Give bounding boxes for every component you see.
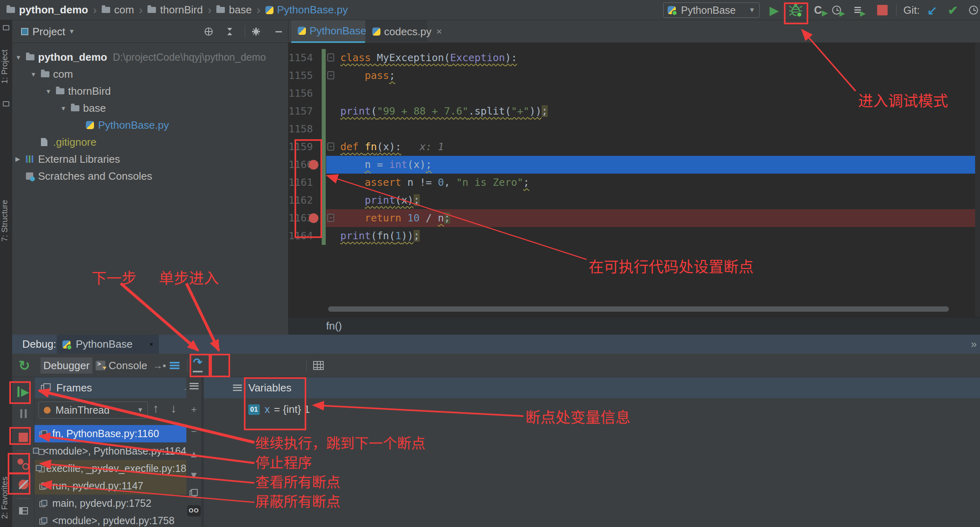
line-number[interactable]: 1157 — [288, 102, 310, 120]
run-with-coverage-button[interactable]: C▶ — [810, 0, 826, 20]
rerun-button[interactable]: ↻ — [15, 354, 33, 377]
evaluate-expression-button[interactable] — [310, 354, 327, 377]
project-panel-title[interactable]: Project — [32, 26, 65, 38]
breadcrumb-item-pythonbase.py[interactable]: PythonBase.py — [265, 4, 348, 16]
code-line[interactable]: 1160 n = int(x); — [288, 156, 980, 174]
restore-layout-button[interactable] — [12, 503, 34, 519]
line-number[interactable]: 1162 — [288, 191, 310, 209]
pin-icon[interactable]: →▪ — [153, 360, 166, 371]
vertical-scrollbar[interactable] — [975, 43, 980, 317]
line-number[interactable]: 1156 — [288, 85, 310, 102]
git-update-button[interactable]: ↙ — [925, 0, 939, 20]
chevron-expanded-icon[interactable]: ▼ — [45, 88, 51, 95]
collapse-all-button[interactable] — [226, 20, 238, 43]
tree-item-python-demo[interactable]: ▼python_demoD:\projectCode\hqyj\python_d… — [12, 49, 288, 66]
tree-item-external-libraries[interactable]: ▶External Libraries — [12, 151, 288, 168]
stripe-structure-button[interactable]: 7: Structure — [0, 186, 12, 255]
breadcrumb-fn[interactable]: fn() — [326, 317, 342, 334]
stop-button[interactable] — [875, 0, 890, 20]
fold-marker-icon[interactable]: − — [327, 142, 334, 151]
pause-button[interactable] — [12, 406, 34, 421]
frame-row[interactable]: <module>, PythonBase.py:1164 — [34, 442, 186, 460]
thread-selector[interactable]: MainThread ▼ — [38, 402, 148, 419]
view-options-button[interactable] — [186, 383, 201, 389]
frame-row[interactable]: main, pydevd.py:1752 — [34, 495, 186, 512]
fold-marker-icon[interactable]: − — [327, 53, 334, 62]
code-line[interactable]: 1164print(fn(1)); — [288, 227, 980, 245]
tree-item-com[interactable]: ▼com — [12, 66, 288, 83]
chevron-expanded-icon[interactable]: ▼ — [60, 105, 66, 112]
close-icon[interactable]: × — [436, 26, 442, 37]
add-watch-button[interactable]: + — [186, 404, 201, 415]
scroll-down-button[interactable]: ▼ — [186, 470, 201, 481]
tab-debugger[interactable]: Debugger — [41, 357, 92, 374]
tree-item-thornbird[interactable]: ▼thornBird — [12, 83, 288, 100]
chevron-expanded-icon[interactable]: ▼ — [15, 54, 21, 61]
stripe-favorites-button[interactable]: 2: Favorites — [0, 461, 12, 527]
fold-marker-icon[interactable]: − — [327, 214, 334, 222]
tree-item-scratches-and-consoles[interactable]: Scratches and Consoles — [12, 168, 288, 185]
stop-button-debug[interactable] — [12, 430, 34, 444]
next-frame-button[interactable]: ↓ — [171, 402, 177, 415]
tree-item-pythonbase-py[interactable]: PythonBase.py — [12, 117, 288, 134]
copy-button[interactable] — [186, 489, 201, 497]
chevron-down-icon[interactable]: ▼ — [68, 28, 75, 35]
line-number[interactable]: 1164 — [288, 227, 310, 245]
git-commit-button[interactable]: ✔ — [946, 0, 960, 20]
frame-row[interactable]: fn, PythonBase.py:1160 — [34, 425, 186, 442]
line-number[interactable]: 1154 — [288, 49, 310, 67]
hide-panel-button[interactable] — [275, 20, 288, 43]
more-icon[interactable]: » — [971, 338, 977, 351]
resume-button[interactable]: ▶ — [12, 384, 34, 400]
prev-frame-button[interactable]: ↑ — [153, 402, 159, 415]
breakpoint-icon[interactable] — [309, 213, 318, 223]
run-configuration-select[interactable]: PythonBase ▼ — [663, 2, 760, 18]
frame-row[interactable]: run, pydevd.py:1147 — [34, 477, 186, 495]
chevron-expanded-icon[interactable]: ▼ — [30, 71, 36, 78]
concurrency-diagram-button[interactable]: ▶ — [852, 0, 869, 20]
scroll-up-button[interactable]: ▲ — [186, 448, 201, 460]
code-line[interactable]: 1155− pass; — [288, 67, 980, 85]
tab-console[interactable]: Console →▪ — [96, 354, 166, 377]
frame-row[interactable]: execfile, _pydev_execfile.py:18 — [34, 460, 186, 477]
line-number[interactable]: 1158 — [288, 120, 310, 138]
fold-marker-icon[interactable]: − — [327, 71, 334, 79]
stripe-project-button[interactable]: 1: Project — [0, 36, 12, 97]
code-line[interactable]: 1162 print(x); — [288, 191, 980, 209]
locate-file-button[interactable] — [205, 20, 217, 43]
step-over-button[interactable]: ↷ — [190, 357, 206, 374]
breadcrumb-item-base[interactable]: base — [216, 4, 252, 16]
breadcrumb-item-com[interactable]: com — [102, 4, 134, 16]
close-icon[interactable]: × — [149, 341, 153, 348]
watches-toggle-button[interactable]: OO — [186, 505, 201, 516]
remove-watch-button[interactable]: − — [186, 426, 201, 437]
horizontal-scrollbar[interactable] — [328, 306, 949, 312]
tab-pythonbase[interactable]: PythonBase.py × — [291, 20, 365, 43]
line-number[interactable]: 1159 — [288, 138, 310, 156]
code-line[interactable]: 1158 — [288, 120, 980, 138]
breadcrumb-item-thornbird[interactable]: thornBird — [147, 4, 203, 16]
breakpoint-icon[interactable] — [309, 160, 318, 170]
code-line[interactable]: 1163− return 10 / n; — [288, 209, 980, 227]
debug-session-tab[interactable]: PythonBase × — [57, 335, 159, 354]
git-history-button[interactable] — [966, 0, 980, 20]
line-number[interactable]: 1155 — [288, 67, 310, 85]
line-number[interactable]: 1160 — [288, 156, 310, 174]
code-line[interactable]: 1161 assert n != 0, "n is Zero"; — [288, 174, 980, 191]
line-number[interactable]: 1161 — [288, 174, 310, 191]
chevron-collapsed-icon[interactable]: ▶ — [15, 155, 20, 163]
frame-row[interactable]: <module>, pydevd.py:1758 — [34, 512, 186, 527]
tab-codecs[interactable]: codecs.py × — [366, 20, 427, 43]
mute-breakpoints-button[interactable] — [12, 476, 34, 493]
code-line[interactable]: 1154−class MyException(Exception): — [288, 49, 980, 67]
layout-settings-button[interactable] — [169, 354, 181, 377]
settings-button[interactable] — [254, 20, 266, 43]
code-line[interactable]: 1159−def fn(x): x: 1 — [288, 138, 980, 156]
variable-row[interactable]: 01 x = {int} 1 — [248, 403, 310, 416]
view-breakpoints-button[interactable] — [12, 456, 34, 473]
profiler-button[interactable]: ▶ — [831, 0, 848, 20]
run-button[interactable]: ▶ — [767, 0, 781, 20]
line-number[interactable]: 1163 — [288, 209, 310, 227]
debug-button[interactable] — [788, 0, 805, 20]
tree-item-base[interactable]: ▼base — [12, 100, 288, 117]
